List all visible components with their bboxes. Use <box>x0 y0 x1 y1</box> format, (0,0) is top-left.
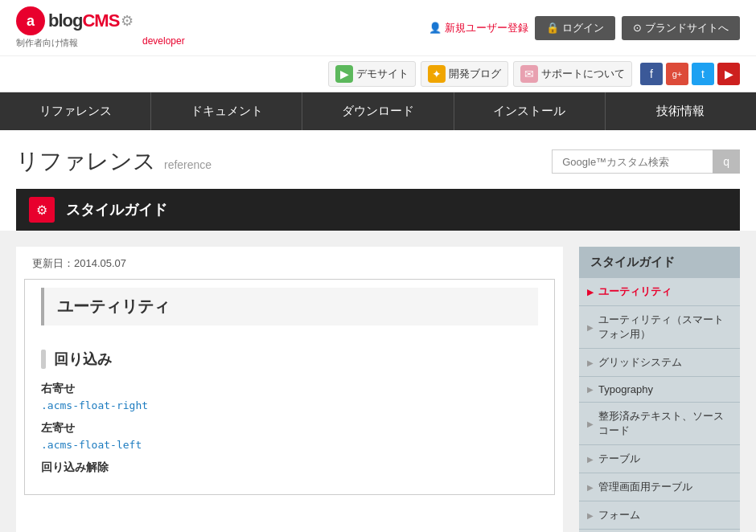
content-label-left: 左寄せ <box>41 421 538 436</box>
nav-download[interactable]: ダウンロード <box>302 92 454 130</box>
arrow-icon: ▶ <box>587 511 594 520</box>
sidebar-item-table[interactable]: ▶ テーブル <box>579 445 740 473</box>
content-wrapper: 更新日：2014.05.07 ユーティリティ 回り込み 右寄せ .acms-fl… <box>0 231 756 532</box>
lock-icon: 🔒 <box>546 22 559 34</box>
search-input[interactable] <box>552 149 713 174</box>
social-icons-group: f g+ t ▶ <box>640 63 740 85</box>
content-code-left: .acms-float-left <box>41 439 538 451</box>
main-content: 更新日：2014.05.07 ユーティリティ 回り込み 右寄せ .acms-fl… <box>16 247 563 532</box>
sidebar-item-grid[interactable]: ▶ グリッドシステム <box>579 349 740 377</box>
brand-button[interactable]: ⊙ ブランドサイトへ <box>622 16 740 40</box>
main-nav: リファレンス ドキュメント ダウンロード インストール 技術情報 <box>0 92 756 130</box>
header-top: a blog CMS ⚙ 制作者向け情報 developer 👤 新規ユーザー登… <box>0 0 756 56</box>
sidebar-item-typography[interactable]: ▶ Typography <box>579 377 740 403</box>
page-title-en: reference <box>164 158 212 171</box>
google-plus-icon[interactable]: g+ <box>666 63 688 85</box>
sidebar: スタイルガイド ▶ ユーティリティ ▶ ユーティリティ（スマートフォン用） ▶ … <box>579 247 740 532</box>
quick-link-support[interactable]: ✉ サポートについて <box>513 61 632 87</box>
nav-document[interactable]: ドキュメント <box>151 92 302 130</box>
arrow-icon: ▶ <box>587 455 594 464</box>
page-header: リファレンス reference q <box>0 130 756 189</box>
section-gear-icon: ⚙ <box>29 197 55 223</box>
search-icon: q <box>723 155 729 168</box>
section-title: スタイルガイド <box>66 200 167 219</box>
gear-icon: ⚙ <box>121 12 134 30</box>
page-title: リファレンス <box>16 146 156 177</box>
arrow-icon: ▶ <box>587 358 594 367</box>
sidebar-item-form[interactable]: ▶ フォーム <box>579 501 740 530</box>
logo-cms-text: CMS <box>82 10 119 31</box>
page-title-area: リファレンス reference <box>16 146 212 177</box>
search-button[interactable]: q <box>713 149 740 174</box>
quick-link-demo[interactable]: ▶ デモサイト <box>328 61 416 87</box>
sidebar-item-admin-table[interactable]: ▶ 管理画面用テーブル <box>579 473 740 501</box>
brand-icon: ⊙ <box>633 22 642 34</box>
content-label-right: 右寄せ <box>41 382 538 396</box>
content-main-title: ユーティリティ <box>41 288 538 325</box>
nav-install[interactable]: インストール <box>454 92 606 130</box>
login-button[interactable]: 🔒 ログイン <box>535 16 615 40</box>
content-code-right: .acms-float-right <box>41 399 538 411</box>
logo-main: a blog CMS ⚙ <box>16 6 185 35</box>
subsection-title: 回り込み <box>41 342 538 369</box>
arrow-icon: ▶ <box>587 323 594 332</box>
arrow-icon: ▶ <box>587 385 594 394</box>
logo-dev-text: developer <box>142 35 185 49</box>
quick-links-bar: ▶ デモサイト ✦ 開発ブログ ✉ サポートについて f g+ t ▶ <box>0 56 756 92</box>
facebook-icon[interactable]: f <box>640 63 663 85</box>
content-body: ユーティリティ 回り込み 右寄せ .acms-float-right 左寄せ .… <box>24 279 555 495</box>
update-date: 更新日：2014.05.07 <box>16 247 563 279</box>
active-arrow-icon: ▶ <box>587 288 594 297</box>
youtube-icon[interactable]: ▶ <box>717 63 740 85</box>
arrow-icon: ▶ <box>587 419 594 428</box>
nav-tech[interactable]: 技術情報 <box>606 92 756 130</box>
sidebar-menu: ▶ ユーティリティ ▶ ユーティリティ（スマートフォン用） ▶ グリッドシステム… <box>579 278 740 532</box>
section-header: ⚙ スタイルガイド <box>16 189 740 231</box>
quick-link-blog[interactable]: ✦ 開発ブログ <box>421 61 508 87</box>
twitter-icon[interactable]: t <box>692 63 714 85</box>
sidebar-item-utility-sp[interactable]: ▶ ユーティリティ（スマートフォン用） <box>579 306 740 349</box>
blog-icon: ✦ <box>428 65 446 83</box>
subsection-icon <box>41 350 46 369</box>
sidebar-item-preformatted[interactable]: ▶ 整形済みテキスト、ソースコード <box>579 403 740 445</box>
user-icon: 👤 <box>429 22 442 34</box>
logo-a-circle: a <box>16 6 45 35</box>
arrow-icon: ▶ <box>587 483 594 492</box>
register-button[interactable]: 👤 新規ユーザー登録 <box>429 21 528 35</box>
sidebar-title: スタイルガイド <box>579 247 740 278</box>
nav-reference[interactable]: リファレンス <box>0 92 151 130</box>
demo-icon: ▶ <box>335 65 353 83</box>
sidebar-item-utility[interactable]: ▶ ユーティリティ <box>579 278 740 306</box>
support-icon: ✉ <box>520 65 538 83</box>
content-label-clear: 回り込み解除 <box>41 460 538 475</box>
logo-area: a blog CMS ⚙ 制作者向け情報 developer <box>16 6 185 49</box>
header-right-actions: 👤 新規ユーザー登録 🔒 ログイン ⊙ ブランドサイトへ <box>429 16 740 40</box>
logo-blog-text: blog <box>48 10 82 31</box>
search-area: q <box>552 149 740 174</box>
logo-sub-text: 制作者向け情報 <box>16 37 78 49</box>
